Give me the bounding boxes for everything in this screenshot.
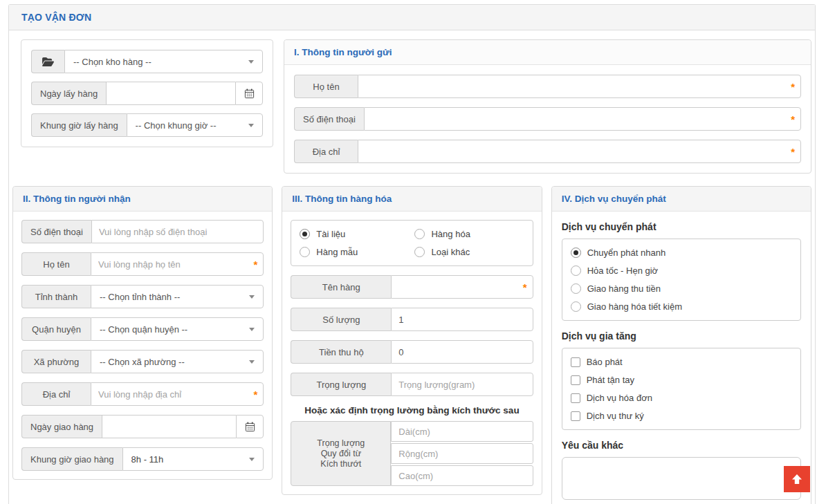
- required-asterisk: *: [791, 113, 795, 125]
- quantity-row: Số lượng: [291, 308, 533, 331]
- sender-phone-input[interactable]: [364, 107, 801, 131]
- receiver-address-label: Địa chỉ: [21, 382, 91, 406]
- receiver-phone-input[interactable]: [91, 220, 264, 243]
- chevron-down-icon: [249, 328, 255, 331]
- checkbox-icon: [571, 393, 580, 403]
- district-label: Quận huyện: [21, 317, 91, 341]
- province-select[interactable]: -- Chọn tỉnh thành --: [91, 285, 264, 308]
- receiver-phone-row: Số điện thoại: [21, 220, 264, 243]
- pickup-time-label: Khung giờ lấy hàng: [31, 113, 127, 137]
- calendar-button[interactable]: [235, 82, 263, 105]
- district-select[interactable]: -- Chọn quận huyện --: [91, 317, 264, 341]
- sender-address-input[interactable]: [358, 140, 801, 163]
- scroll-to-top-button[interactable]: [784, 466, 810, 492]
- radio-icon: [571, 283, 581, 294]
- addon-option-invoice[interactable]: Dịch vụ hóa đơn: [571, 391, 792, 405]
- district-row: Quận huyện -- Chọn quận huyện --: [21, 317, 264, 341]
- ward-label: Xã phường: [21, 350, 91, 373]
- warehouse-select[interactable]: -- Chọn kho hàng --: [64, 50, 263, 73]
- province-row: Tỉnh thành -- Chọn tỉnh thành --: [21, 285, 264, 308]
- goods-title: III. Thông tin hàng hóa: [282, 187, 541, 212]
- addon-option-secretary[interactable]: Dịch vụ thư ký: [571, 409, 792, 423]
- height-input[interactable]: [391, 465, 533, 486]
- other-request-subtitle: Yêu cầu khác: [562, 440, 801, 451]
- receiver-name-row: Họ tên *: [21, 252, 264, 276]
- sender-name-label: Họ tên: [294, 75, 358, 98]
- delivery-time-label: Khung giờ giao hàng: [21, 447, 122, 471]
- required-asterisk: *: [253, 389, 257, 400]
- goods-type-option-document[interactable]: Tài liệu: [300, 227, 409, 241]
- service-panel: IV. Dịch vụ chuyển phát Dịch vụ chuyển p…: [551, 186, 811, 504]
- required-asterisk: *: [791, 81, 795, 93]
- length-input[interactable]: [391, 421, 533, 442]
- checkbox-icon: [571, 357, 580, 367]
- delivery-option-urgent[interactable]: Hỏa tốc - Hẹn giờ: [571, 263, 792, 278]
- delivery-service-box: Chuyển phát nhanh Hỏa tốc - Hẹn giờ Giao…: [562, 239, 801, 321]
- quantity-input[interactable]: [391, 308, 533, 331]
- radio-icon: [414, 229, 425, 239]
- weight-input[interactable]: [391, 373, 533, 396]
- delivery-option-express[interactable]: Chuyển phát nhanh: [571, 245, 792, 260]
- receiver-name-input[interactable]: [91, 252, 264, 276]
- ward-row: Xã phường -- Chọn xã phường --: [21, 350, 264, 373]
- delivery-option-economy[interactable]: Giao hàng hóa tiết kiệm: [571, 299, 792, 314]
- warehouse-row: -- Chọn kho hàng --: [31, 50, 263, 73]
- dimension-group: Trọng lượng Quy đổi từ Kích thướt: [291, 421, 533, 486]
- sender-phone-row: Số điện thoại *: [294, 107, 801, 131]
- pickup-time-select[interactable]: -- Chọn khung giờ --: [127, 113, 263, 137]
- arrow-up-icon: [791, 474, 802, 485]
- sender-phone-label: Số điện thoại: [294, 107, 364, 131]
- ward-select[interactable]: -- Chọn xã phường --: [91, 350, 264, 373]
- pickup-time-row: Khung giờ lấy hàng -- Chọn khung giờ --: [31, 113, 263, 137]
- goods-type-option-other[interactable]: Loại khác: [414, 245, 524, 259]
- goods-type-box: Tài liệu Hàng hóa Hàng mẫu Loại khá: [291, 220, 533, 266]
- pickup-date-input[interactable]: [106, 82, 235, 105]
- dimension-note: Hoặc xác định trọng lường bằng kích thướ…: [291, 405, 533, 416]
- radio-checked-icon: [571, 248, 581, 258]
- goods-type-option-sample[interactable]: Hàng mẫu: [300, 245, 409, 259]
- receiver-address-input[interactable]: [91, 382, 264, 406]
- delivery-time-select[interactable]: 8h - 11h: [122, 447, 264, 471]
- radio-icon: [571, 301, 581, 312]
- folder-open-icon: [31, 50, 64, 73]
- pickup-date-label: Ngày lấy hàng: [31, 82, 106, 105]
- required-asterisk: *: [523, 281, 527, 293]
- addon-option-delivery-notice[interactable]: Báo phát: [571, 355, 792, 369]
- delivery-time-row: Khung giờ giao hàng 8h - 11h: [21, 447, 264, 471]
- province-label: Tỉnh thành: [21, 285, 91, 308]
- sender-name-input[interactable]: [358, 75, 801, 98]
- receiver-address-row: Địa chỉ *: [21, 382, 264, 406]
- weight-label: Trọng lượng: [291, 373, 391, 396]
- cod-input[interactable]: [391, 340, 533, 364]
- delivery-date-input[interactable]: [102, 415, 236, 438]
- goods-panel: III. Thông tin hàng hóa Tài liệu Hàng hó…: [282, 186, 542, 495]
- quantity-label: Số lượng: [291, 308, 391, 331]
- calendar-icon: [244, 88, 255, 99]
- delivery-date-row: Ngày giao hàng: [21, 415, 264, 438]
- top-row: -- Chọn kho hàng -- Ngày lấy hàng: [21, 39, 811, 174]
- other-request-textarea[interactable]: [562, 457, 801, 500]
- service-title: IV. Dịch vụ chuyển phát: [552, 187, 811, 212]
- goods-type-option-goods[interactable]: Hàng hóa: [414, 227, 524, 241]
- chevron-down-icon: [248, 60, 254, 64]
- width-input[interactable]: [391, 443, 533, 464]
- delivery-service-subtitle: Dịch vụ chuyển phát: [562, 221, 801, 232]
- required-asterisk: *: [253, 259, 257, 270]
- page-title: TẠO VẬN ĐƠN: [9, 5, 815, 30]
- radio-icon: [414, 247, 425, 257]
- goods-name-input[interactable]: [391, 275, 533, 299]
- delivery-option-cod[interactable]: Giao hàng thu tiền: [571, 281, 792, 296]
- checkbox-icon: [571, 375, 580, 385]
- weight-row: Trọng lượng: [291, 373, 533, 396]
- addon-option-hand-delivery[interactable]: Phát tận tay: [571, 373, 792, 387]
- pickup-date-row: Ngày lấy hàng: [31, 82, 263, 105]
- calendar-icon: [245, 422, 255, 432]
- radio-icon: [300, 247, 310, 257]
- chevron-down-icon: [248, 124, 254, 127]
- addon-services-subtitle: Dịch vụ gia tăng: [562, 330, 801, 342]
- chevron-down-icon: [249, 360, 255, 364]
- calendar-button[interactable]: [236, 415, 264, 438]
- cod-row: Tiền thu hộ: [291, 340, 533, 364]
- sender-panel: I. Thông tin người gửi Họ tên * Số điện …: [284, 39, 811, 174]
- sender-address-row: Địa chỉ *: [294, 140, 801, 163]
